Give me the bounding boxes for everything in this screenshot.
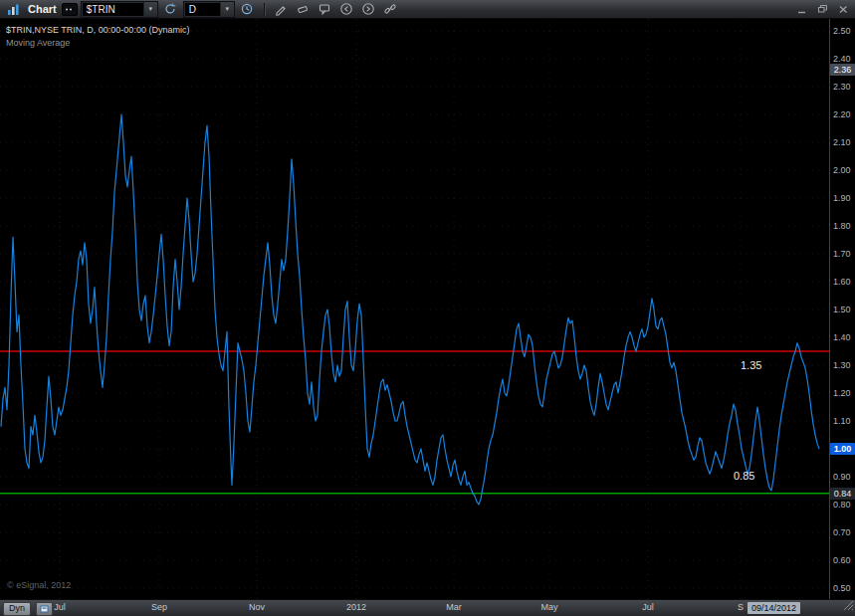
time-axis[interactable]: JulSepNov2012MarMayJulS — [0, 600, 855, 616]
x-axis-label: May — [540, 602, 557, 612]
y-axis-label: 0.90 — [833, 472, 851, 482]
toolbar-separator — [264, 3, 265, 16]
forward-icon[interactable] — [359, 1, 378, 17]
restore-icon[interactable] — [814, 3, 830, 16]
eraser-icon[interactable] — [294, 1, 313, 17]
y-axis-label: 2.00 — [833, 165, 851, 175]
close-icon[interactable] — [835, 3, 851, 16]
y-axis-label: 0.60 — [833, 555, 851, 565]
time-template-icon[interactable] — [238, 1, 257, 17]
chart-legend: $TRIN,NYSE TRIN, D, 00:00-00:00 (Dynamic… — [6, 25, 189, 48]
x-axis-label: Jul — [642, 602, 654, 612]
symbol-legend: $TRIN,NYSE TRIN, D, 00:00-00:00 (Dynamic… — [6, 25, 189, 35]
window-title: Chart — [28, 3, 57, 15]
pencil-icon[interactable] — [272, 1, 291, 17]
y-axis-label: 1.20 — [833, 388, 851, 398]
y-axis-label: 2.10 — [833, 137, 851, 147]
y-axis-label: 0.80 — [833, 500, 851, 510]
interval-value: D — [184, 2, 220, 17]
last-price-badge: 1.00 — [830, 443, 855, 455]
dyn-page-icon[interactable] — [36, 602, 53, 616]
dyn-button[interactable]: Dyn — [3, 602, 31, 616]
y-axis-label: 2.50 — [833, 26, 851, 36]
x-axis-label: Jul — [54, 602, 66, 612]
y-axis-label: 1.10 — [833, 416, 851, 426]
x-axis-label: S — [738, 602, 744, 612]
y-axis-label: 1.70 — [833, 249, 851, 259]
y-axis-label: 1.30 — [833, 360, 851, 370]
chart-type-icon — [4, 1, 23, 17]
chart-window: Chart $TRIN ▾ D ▾ — [0, 0, 855, 616]
y-axis-label: 1.90 — [833, 193, 851, 203]
interval-combo[interactable]: D ▾ — [183, 1, 235, 18]
high-marker-badge: 2.36 — [830, 64, 855, 76]
y-axis-label: 0.50 — [833, 583, 851, 593]
link-icon[interactable] — [381, 1, 400, 17]
y-axis-label: 1.60 — [833, 277, 851, 287]
time-axis-bar: JulSepNov2012MarMayJulS Dyn 09/14/2012 — [0, 599, 855, 616]
y-axis-label: 1.40 — [833, 332, 851, 342]
chart-canvas[interactable]: 1.350.85 $TRIN,NYSE TRIN, D, 00:00-00:00… — [0, 19, 829, 599]
x-axis-label: Nov — [249, 602, 265, 612]
hline-annotation: 0.85 — [734, 470, 754, 482]
y-axis-label: 1.50 — [833, 305, 851, 314]
hline-axis-marker: 0.84 — [830, 488, 855, 500]
symbol-value: $TRIN — [82, 2, 143, 17]
y-axis-label: 1.80 — [833, 221, 851, 231]
study-legend[interactable]: Moving Average — [6, 38, 189, 48]
x-axis-label: Mar — [446, 602, 462, 612]
symbol-go-icon[interactable] — [161, 1, 180, 17]
back-icon[interactable] — [337, 1, 356, 17]
callout-icon[interactable] — [316, 1, 334, 17]
minimize-icon[interactable] — [793, 3, 809, 16]
y-axis-label: 2.20 — [833, 109, 851, 119]
copyright-text: © eSignal, 2012 — [7, 580, 71, 590]
titlebar: Chart $TRIN ▾ D ▾ — [0, 0, 855, 19]
x-axis-label: Sep — [151, 602, 167, 612]
price-axis[interactable]: 0.500.600.700.800.901.001.101.201.301.40… — [829, 19, 855, 599]
window-menu-icon[interactable] — [62, 3, 78, 16]
chevron-down-icon[interactable]: ▾ — [220, 2, 234, 17]
y-axis-label: 2.30 — [833, 82, 851, 92]
cursor-date-badge: 09/14/2012 — [748, 602, 800, 614]
symbol-combo[interactable]: $TRIN ▾ — [81, 1, 158, 18]
price-plot[interactable]: 1.350.85 — [0, 19, 829, 599]
resize-grip-icon[interactable] — [841, 597, 854, 615]
y-axis-label: 0.70 — [833, 527, 851, 537]
chevron-down-icon[interactable]: ▾ — [143, 2, 157, 17]
hline-annotation: 1.35 — [741, 359, 761, 371]
x-axis-label: 2012 — [346, 602, 366, 612]
y-axis-label: 2.40 — [833, 54, 851, 64]
